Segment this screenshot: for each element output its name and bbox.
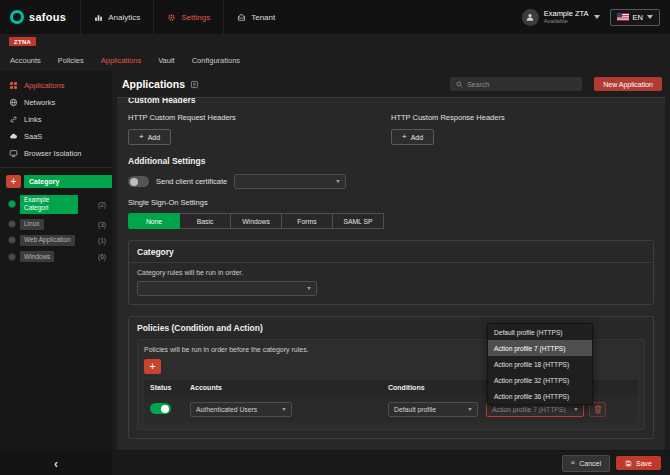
topbar: safous Analytics Settings Tenant Example…	[0, 0, 670, 34]
sidebar-item-networks[interactable]: Networks	[0, 94, 112, 111]
category-count: (6)	[98, 253, 106, 260]
category-item-windows[interactable]: Windows (6)	[0, 249, 112, 265]
client-cert-select[interactable]	[234, 174, 346, 189]
tab-accounts[interactable]: Accounts	[10, 56, 41, 65]
category-item-web-application[interactable]: Web Application (1)	[0, 232, 112, 248]
policy-conditions-select[interactable]: Default profile	[388, 402, 478, 417]
category-count: (2)	[98, 201, 106, 208]
new-application-button[interactable]: New Application	[594, 77, 662, 91]
sso-options-group: None Basic Windows Forms SAML SP	[128, 213, 654, 229]
sidebar-item-label: Links	[24, 115, 42, 124]
client-cert-row: Send client certificate	[128, 174, 654, 189]
plus-icon: +	[149, 361, 155, 372]
search-input[interactable]	[467, 81, 576, 88]
add-request-header-button[interactable]: + Add	[128, 129, 171, 145]
body: Applications Networks Links SaaS Browser…	[0, 71, 670, 475]
sidebar-collapse-button[interactable]: ‹	[0, 452, 112, 475]
nav-tenant-label: Tenant	[251, 13, 275, 22]
client-cert-toggle[interactable]	[128, 176, 149, 187]
us-flag-icon	[617, 13, 629, 21]
main-panel: Applications New Application Custom Head…	[112, 71, 670, 475]
tab-applications[interactable]: Applications	[101, 56, 141, 65]
sidebar-item-applications[interactable]: Applications	[0, 77, 112, 94]
sidebar-item-label: SaaS	[24, 132, 42, 141]
tenant-icon	[237, 13, 246, 22]
add-category-button[interactable]: +	[6, 175, 21, 188]
category-dot-icon	[8, 253, 16, 261]
avatar	[522, 9, 539, 26]
policy-status-cell	[150, 400, 190, 418]
status-column-header: Status	[150, 384, 190, 391]
save-button[interactable]: Save	[616, 456, 661, 470]
tab-policies[interactable]: Policies	[58, 56, 84, 65]
category-item-example[interactable]: Example Categori (2)	[0, 192, 112, 216]
policy-accounts-cell: Authenticated Users	[190, 402, 388, 417]
ztna-row: ZTNA	[0, 34, 670, 49]
toggle-knob	[161, 405, 169, 413]
accounts-column-header: Accounts	[190, 384, 388, 391]
plus-icon: +	[11, 177, 17, 187]
search-box[interactable]	[450, 77, 582, 91]
globe-icon	[9, 98, 18, 107]
sso-option-forms[interactable]: Forms	[281, 213, 333, 229]
add-response-header-button[interactable]: + Add	[391, 129, 434, 145]
category-dot-icon	[8, 220, 16, 228]
person-icon	[525, 12, 535, 22]
category-section-description: Category rules will be run in order.	[137, 269, 645, 276]
dropdown-option-action-profile-18[interactable]: Action profile 18 (HTTPS)	[488, 356, 592, 372]
chevron-down-icon	[282, 408, 286, 411]
chevron-down-icon	[468, 408, 472, 411]
nav-analytics[interactable]: Analytics	[80, 0, 153, 34]
sso-option-saml-sp[interactable]: SAML SP	[332, 213, 384, 229]
nav-settings[interactable]: Settings	[153, 0, 223, 34]
safous-logo-icon	[10, 10, 24, 24]
custom-headers-title: Custom Headers	[128, 97, 654, 105]
sso-option-none[interactable]: None	[128, 213, 180, 229]
language-selector[interactable]: EN	[610, 9, 660, 26]
grid-icon	[9, 81, 18, 90]
tab-vault[interactable]: Vault	[158, 56, 175, 65]
policy-action-value: Action profile 7 (HTTPS)	[492, 406, 570, 413]
sidebar-item-label: Networks	[24, 98, 55, 107]
chevron-left-icon: ‹	[54, 457, 58, 471]
chevron-down-icon	[574, 408, 578, 411]
custom-headers-columns: HTTP Custom Request Headers + Add HTTP C…	[128, 113, 654, 145]
page-detail-icon	[190, 80, 199, 89]
conditions-column-header: Conditions	[388, 384, 486, 391]
chevron-down-icon	[336, 180, 340, 183]
add-button-label: Add	[148, 134, 160, 141]
client-cert-label: Send client certificate	[156, 177, 227, 186]
user-menu[interactable]: Example ZTA Available	[522, 9, 600, 26]
category-header-label: Category	[24, 175, 112, 188]
cancel-button[interactable]: × Cancel	[562, 455, 610, 472]
policy-conditions-cell: Default profile	[388, 402, 486, 417]
nav-tenant[interactable]: Tenant	[223, 0, 288, 34]
nav-settings-label: Settings	[181, 13, 210, 22]
dropdown-option-action-profile-32[interactable]: Action profile 32 (HTTPS)	[488, 372, 592, 388]
category-count: (1)	[98, 237, 106, 244]
dropdown-option-action-profile-36[interactable]: Action profile 36 (HTTPS)	[488, 388, 592, 404]
search-icon	[456, 81, 463, 88]
policy-status-toggle[interactable]	[150, 403, 171, 414]
category-section-title: Category	[137, 247, 645, 257]
category-section: Category Category rules will be run in o…	[128, 240, 654, 305]
category-item-linux[interactable]: Linux (3)	[0, 216, 112, 232]
sidebar-item-browser-isolation[interactable]: Browser Isolation	[0, 145, 112, 162]
category-label: Web Application	[20, 235, 75, 246]
dropdown-option-action-profile-7[interactable]: Action profile 7 (HTTPS)	[488, 340, 592, 356]
sidebar-item-saas[interactable]: SaaS	[0, 128, 112, 145]
policy-accounts-value: Authenticated Users	[196, 406, 278, 413]
sidebar-item-label: Applications	[24, 81, 64, 90]
tab-configurations[interactable]: Configurations	[192, 56, 240, 65]
dropdown-option-default-profile[interactable]: Default profile (HTTPS)	[488, 324, 592, 340]
category-rules-select[interactable]	[137, 281, 317, 296]
add-policy-button[interactable]: +	[144, 359, 161, 374]
sidebar-item-links[interactable]: Links	[0, 111, 112, 128]
policy-accounts-select[interactable]: Authenticated Users	[190, 402, 292, 417]
bar-chart-icon	[94, 13, 103, 22]
app-window: safous Analytics Settings Tenant Example…	[0, 0, 670, 475]
user-status: Available	[544, 18, 589, 25]
sso-option-windows[interactable]: Windows	[230, 213, 282, 229]
safous-logo[interactable]: safous	[0, 0, 80, 34]
sso-option-basic[interactable]: Basic	[179, 213, 231, 229]
